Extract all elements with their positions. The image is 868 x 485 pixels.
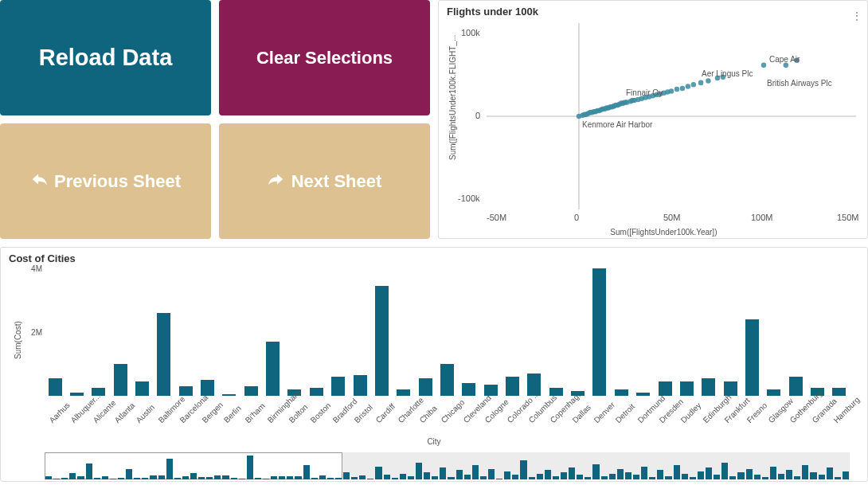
bar[interactable] [636, 393, 650, 396]
minimap-bar [198, 477, 205, 479]
bar-column[interactable] [785, 377, 806, 396]
bar[interactable] [767, 389, 780, 396]
scatter-point[interactable] [674, 87, 679, 92]
bar-column[interactable] [415, 378, 436, 396]
point-label: Finnair Oy [626, 88, 663, 97]
bar[interactable] [331, 377, 345, 396]
minimap-bar [488, 469, 495, 480]
bar[interactable] [135, 381, 149, 396]
previous-sheet-button[interactable]: Previous Sheet [0, 123, 211, 239]
bar-title: Cost of Cities [9, 252, 859, 264]
bar-column[interactable] [328, 377, 349, 396]
next-sheet-button[interactable]: Next Sheet [219, 123, 430, 239]
bar-category-label: Cleveland [461, 404, 482, 424]
bar-plot-area[interactable] [45, 268, 850, 396]
bar-column[interactable] [219, 394, 240, 396]
scatter-point[interactable] [691, 82, 696, 88]
minimap-bar [601, 476, 608, 480]
bar-column[interactable] [633, 393, 654, 396]
minimap-bar [214, 475, 221, 479]
bar-column[interactable] [676, 381, 697, 396]
bar-column[interactable] [45, 378, 65, 396]
bar-column[interactable] [764, 389, 784, 396]
bar[interactable] [157, 313, 170, 396]
bar-column[interactable] [263, 342, 283, 396]
bar-column[interactable] [306, 388, 326, 396]
minimap-bar [729, 476, 736, 480]
scatter-point[interactable] [706, 78, 710, 84]
bar[interactable] [266, 342, 280, 396]
scatter-point[interactable] [669, 88, 674, 94]
bar[interactable] [49, 378, 62, 396]
scatter-point[interactable] [680, 86, 685, 92]
bar-column[interactable] [829, 388, 850, 396]
scatter-x-axis-label: Sum([FlightsUnder100k.Year]) [610, 228, 717, 237]
scatter-point[interactable] [686, 84, 690, 89]
x-tick: 50M [663, 213, 680, 222]
bar[interactable] [789, 377, 803, 396]
bar[interactable] [702, 378, 715, 396]
minimap-bar [359, 475, 366, 479]
minimap-bar [786, 470, 792, 479]
bar-column[interactable] [611, 389, 631, 396]
minimap-bar [424, 472, 430, 479]
bar-y-ticks: 4M 2M [25, 268, 42, 396]
bar-column[interactable] [720, 381, 741, 396]
bar[interactable] [680, 381, 694, 396]
bar[interactable] [222, 394, 236, 396]
bar-category-label: Cardiff [374, 404, 395, 424]
bar-column[interactable] [66, 393, 87, 396]
bar[interactable] [70, 393, 84, 396]
bar-column[interactable] [350, 375, 370, 396]
bar[interactable] [462, 383, 475, 396]
bar-column[interactable] [240, 386, 261, 396]
minimap-bar [657, 470, 663, 479]
bar-column[interactable] [589, 268, 610, 396]
bar-column[interactable] [197, 380, 218, 396]
bar[interactable] [310, 388, 323, 396]
bar[interactable] [419, 378, 432, 396]
bar-category-label: Bergen [200, 404, 221, 424]
bar[interactable] [354, 375, 367, 396]
bar[interactable] [440, 364, 454, 396]
bar-column[interactable] [371, 286, 392, 396]
scatter-plot-area[interactable]: 100k 0 -100k -50M 0 50M 100M 150M Cape A… [487, 23, 856, 209]
bar-column[interactable] [154, 313, 174, 396]
bar-column[interactable] [698, 378, 719, 396]
bar[interactable] [506, 377, 519, 396]
bar-column[interactable] [480, 385, 501, 396]
bar-column[interactable] [131, 381, 152, 396]
minimap-bar [698, 471, 704, 480]
bar-column[interactable] [655, 381, 675, 396]
minimap-bar [440, 467, 446, 479]
minimap-bar [94, 478, 100, 479]
scatter-point[interactable] [761, 62, 766, 68]
bar-column[interactable] [393, 389, 414, 396]
bar[interactable] [375, 286, 389, 396]
bar-column[interactable] [545, 388, 566, 396]
button-label: Reload Data [39, 45, 173, 71]
bar-category-label: Denver [592, 404, 613, 424]
bar-column[interactable] [502, 377, 523, 396]
bar-column[interactable] [110, 364, 131, 396]
bar[interactable] [592, 268, 606, 396]
bar-column[interactable] [742, 319, 763, 396]
scatter-point[interactable] [698, 80, 703, 86]
bar[interactable] [179, 386, 193, 396]
bar-column[interactable] [436, 364, 457, 396]
bar-column[interactable] [175, 386, 196, 396]
bar[interactable] [832, 388, 846, 396]
minimap-bar [577, 475, 583, 479]
bar[interactable] [615, 389, 628, 396]
bar-minimap[interactable] [45, 452, 850, 479]
minimap-bar [625, 472, 631, 479]
bar-column[interactable] [459, 383, 479, 396]
bar[interactable] [745, 319, 759, 396]
bar[interactable] [244, 386, 258, 396]
clear-selections-button[interactable]: Clear Selections [219, 0, 430, 115]
bar[interactable] [114, 364, 127, 396]
reload-data-button[interactable]: Reload Data [0, 0, 211, 115]
bar[interactable] [397, 389, 410, 396]
panel-menu-icon[interactable]: ⋮ [851, 12, 862, 20]
minimap-bar [166, 459, 173, 479]
